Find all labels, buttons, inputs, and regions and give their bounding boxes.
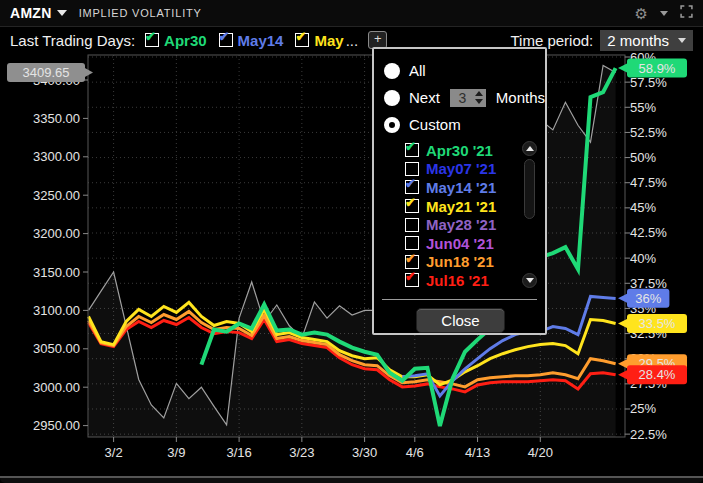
- months-value: 3: [450, 90, 475, 106]
- y-axis-label-left: 3100.00: [33, 303, 80, 318]
- titlebar-icons: ⚙: [635, 4, 693, 22]
- checkbox-checked-icon[interactable]: ✔: [295, 33, 309, 47]
- checkbox-checked-icon[interactable]: ✔: [405, 143, 419, 157]
- scrollbar[interactable]: [522, 141, 537, 288]
- check-icon: ✔: [405, 251, 416, 266]
- trading-days-dialog: All Next 3 Months Custom ✔Apr30 '21May07…: [372, 47, 547, 335]
- expiration-item-may2821[interactable]: May28 '21: [405, 215, 519, 234]
- app-window: { "header": {"symbol": "AMZN", "title": …: [0, 0, 703, 483]
- symbol-label: AMZN: [10, 5, 52, 21]
- radio-selected-icon[interactable]: [384, 117, 400, 133]
- y-axis-label-right: 47.5%: [630, 175, 667, 190]
- x-axis-label: 4/20: [528, 445, 553, 460]
- time-period-dropdown[interactable]: 2 months: [600, 30, 693, 51]
- stepper-up-icon[interactable]: [475, 91, 483, 96]
- y-axis-label-left: 3000.00: [33, 380, 80, 395]
- expiration-item-may1421[interactable]: ✔May14 '21: [405, 178, 519, 197]
- radio-option-all[interactable]: All: [384, 57, 537, 84]
- checkbox-checked-icon[interactable]: ✔: [405, 180, 419, 194]
- close-button[interactable]: Close: [416, 308, 504, 333]
- checkbox-unchecked-icon[interactable]: [405, 162, 419, 176]
- expiration-label: May14 '21: [426, 179, 496, 196]
- y-axis-label-right: 40%: [630, 251, 656, 266]
- x-axis-label: 4/13: [465, 445, 490, 460]
- x-axis-label: 4/6: [406, 445, 424, 460]
- months-stepper[interactable]: 3: [450, 89, 486, 107]
- y-axis-label-right: 37.5%: [630, 276, 667, 291]
- legend-item-may14[interactable]: ✔May14: [219, 32, 284, 49]
- time-period-label: Time period:: [510, 32, 593, 49]
- expiration-list: ✔Apr30 '21May07 '21✔May14 '21✔May21 '21M…: [405, 141, 537, 290]
- y-axis-label-left: 3150.00: [33, 265, 80, 280]
- legend-item-apr30[interactable]: ✔Apr30: [145, 32, 207, 49]
- check-icon: ✔: [219, 29, 230, 44]
- y-axis-label-right: 25%: [630, 401, 656, 416]
- checkbox-checked-icon[interactable]: ✔: [405, 255, 419, 269]
- expiration-item-jun1821[interactable]: ✔Jun18 '21: [405, 253, 519, 272]
- expiration-item-may0721[interactable]: May07 '21: [405, 160, 519, 179]
- expiration-item-jun0421[interactable]: Jun04 '21: [405, 234, 519, 253]
- fullscreen-icon[interactable]: [680, 4, 693, 22]
- series-legend: ✔Apr30✔May14✔May: [145, 32, 344, 49]
- last-trading-days-label: Last Trading Days:: [10, 32, 135, 49]
- stepper-down-icon[interactable]: [475, 99, 483, 104]
- radio-option-custom[interactable]: Custom: [384, 111, 537, 138]
- checkbox-checked-icon[interactable]: ✔: [219, 33, 233, 47]
- legend-label: May: [314, 32, 343, 49]
- expiration-label: May07 '21: [426, 160, 496, 177]
- arrow-down-icon: [526, 278, 534, 283]
- iv-chart: 3400.003350.003300.003250.003200.003150.…: [0, 0, 703, 483]
- expiration-label: Apr30 '21: [426, 142, 493, 159]
- radio-all-label: All: [409, 62, 426, 79]
- y-axis-label-left: 3200.00: [33, 226, 80, 241]
- chevron-down-icon[interactable]: [660, 11, 668, 16]
- radio-icon[interactable]: [384, 63, 400, 79]
- checkbox-checked-icon[interactable]: ✔: [145, 33, 159, 47]
- x-axis-label: 3/23: [289, 445, 314, 460]
- scroll-down-button[interactable]: [522, 273, 537, 288]
- checkbox-checked-icon[interactable]: ✔: [405, 273, 419, 287]
- iv-tag-label: 28.4%: [639, 367, 676, 382]
- expiration-label: May28 '21: [426, 216, 496, 233]
- x-axis-label: 3/16: [226, 445, 251, 460]
- y-axis-label-left: 3350.00: [33, 111, 80, 126]
- legend-label: Apr30: [164, 32, 207, 49]
- dialog-footer: Close: [384, 308, 537, 333]
- page-title: IMPLIED VOLATILITY: [79, 7, 202, 19]
- y-axis-label-right: 45%: [630, 200, 656, 215]
- expiration-label: Jun18 '21: [426, 253, 494, 270]
- legend-overflow: ...: [346, 32, 359, 49]
- expiration-item-apr3021[interactable]: ✔Apr30 '21: [405, 141, 519, 160]
- title-bar: AMZN IMPLIED VOLATILITY ⚙: [0, 0, 703, 27]
- stepper-arrows: [475, 91, 486, 104]
- iv-tag-label: 36%: [635, 291, 661, 306]
- arrow-up-icon: [526, 146, 534, 151]
- gear-icon[interactable]: ⚙: [635, 6, 648, 21]
- radio-option-next-months[interactable]: Next 3 Months: [384, 84, 537, 111]
- checkbox-unchecked-icon[interactable]: [405, 218, 419, 232]
- radio-months-label: Months: [496, 89, 545, 106]
- x-axis-label: 3/2: [105, 445, 123, 460]
- x-axis-label: 3/9: [167, 445, 185, 460]
- scrollbar-thumb[interactable]: [524, 159, 535, 219]
- legend-item-may[interactable]: ✔May: [295, 32, 343, 49]
- expiration-item-may2121[interactable]: ✔May21 '21: [405, 197, 519, 216]
- symbol-selector[interactable]: AMZN: [10, 5, 67, 21]
- expiration-label: May21 '21: [426, 198, 496, 215]
- check-icon: ✔: [405, 269, 416, 284]
- radio-next-label: Next: [409, 89, 440, 106]
- time-period-value: 2 months: [607, 32, 669, 49]
- y-axis-label-right: 52.5%: [630, 125, 667, 140]
- dialog-separator: [382, 299, 537, 300]
- checkbox-unchecked-icon[interactable]: [405, 236, 419, 250]
- checkbox-checked-icon[interactable]: ✔: [405, 199, 419, 213]
- radio-icon[interactable]: [384, 90, 400, 106]
- price-tag-label: 3409.65: [23, 65, 70, 80]
- legend-label: May14: [238, 32, 284, 49]
- expiration-item-jul1621[interactable]: ✔Jul16 '21: [405, 271, 519, 290]
- y-axis-label-left: 3300.00: [33, 149, 80, 164]
- window-frame-bottom: [0, 476, 703, 483]
- iv-tag-label: 58.9%: [639, 61, 676, 76]
- scroll-up-button[interactable]: [522, 141, 537, 156]
- y-axis-label-right: 50%: [630, 150, 656, 165]
